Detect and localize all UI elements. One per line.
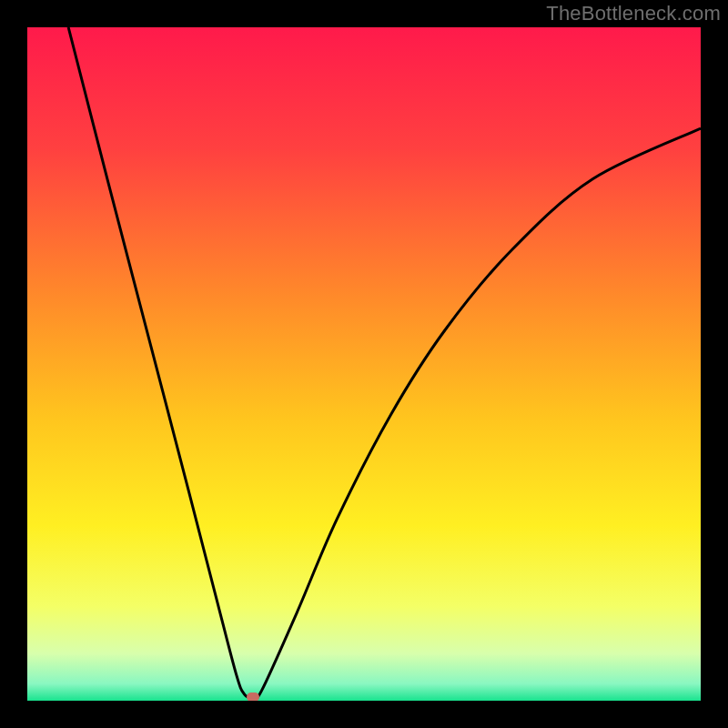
chart-frame: TheBottleneck.com	[0, 0, 728, 728]
curve-svg	[27, 27, 701, 701]
optimal-marker	[247, 693, 259, 701]
plot-area	[27, 27, 701, 701]
watermark-text: TheBottleneck.com	[546, 2, 721, 25]
bottleneck-curve	[68, 27, 701, 699]
